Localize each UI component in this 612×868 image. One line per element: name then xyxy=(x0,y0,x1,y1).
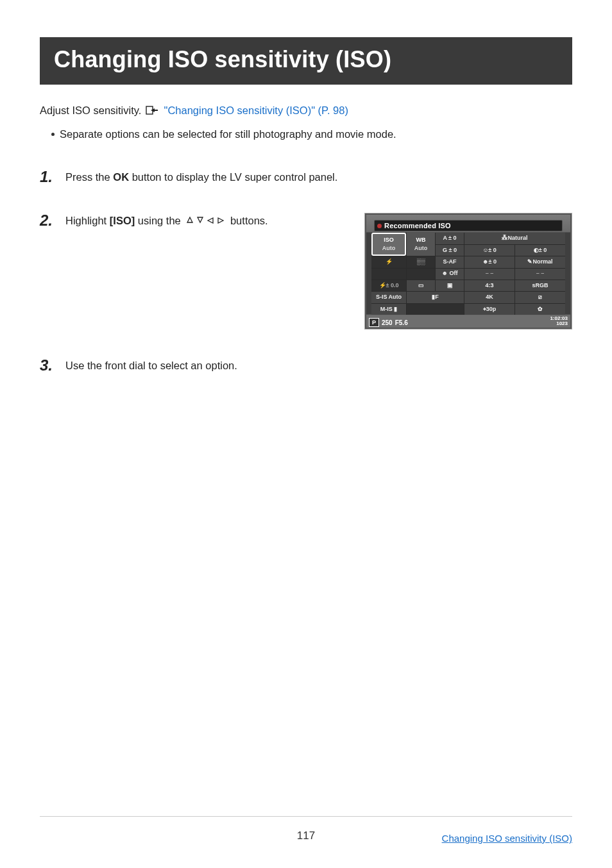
bullet-dot-icon xyxy=(51,133,55,136)
step-number: 2 xyxy=(40,213,56,228)
step-number: 1 xyxy=(40,169,56,185)
contrast-cell: ◐± 0 xyxy=(515,245,565,256)
highlight-cell: ⧄ xyxy=(515,292,565,303)
record-dot-icon xyxy=(377,224,382,228)
page: Changing ISO sensitivity (ISO) Adjust IS… xyxy=(0,0,612,868)
step-text: Press the OK button to display the LV su… xyxy=(65,169,572,185)
title-bar: Changing ISO sensitivity (ISO) xyxy=(40,37,572,85)
panel-header-text: Recommended ISO xyxy=(384,221,451,231)
page-number: 117 xyxy=(297,830,315,842)
m-is-cell: M-IS ▮ xyxy=(371,304,406,315)
g-shift-cell: G ± 0 xyxy=(436,245,464,256)
gradation-cell: ✎Normal xyxy=(515,256,565,267)
step-3: 3 Use the front dial to select an option… xyxy=(40,358,572,374)
dpad-icon xyxy=(185,215,226,231)
flash-comp-cell: ⚡± 0.0 xyxy=(371,280,406,291)
a-shift-cell: A ± 0 xyxy=(436,233,464,244)
shutter-value: 250 xyxy=(382,318,393,328)
s-is-cell: S-IS Auto xyxy=(371,292,406,303)
pointer-icon xyxy=(145,104,159,120)
footer-section-link[interactable]: Changing ISO sensitivity (ISO) xyxy=(442,833,572,844)
panel-header: Recommended ISO xyxy=(374,220,563,231)
steps-list: 1 Press the OK button to display the LV … xyxy=(40,169,572,374)
page-title: Changing ISO sensitivity (ISO) xyxy=(54,46,558,73)
page-footer: 117 Changing ISO sensitivity (ISO) xyxy=(40,816,572,842)
metering-cell: ▣ xyxy=(436,280,464,291)
intro-paragraph: Adjust ISO sensitivity. "Changing ISO se… xyxy=(40,103,572,120)
movie-res-cell: 4K xyxy=(464,292,514,303)
step-text: Use the front dial to select an option. xyxy=(65,358,572,374)
movie-fps-cell: ⌖30p xyxy=(464,304,514,315)
aperture-value: F5.6 xyxy=(395,318,408,328)
shots-remaining: 1023 xyxy=(550,321,568,327)
bullet-text: Separate options can be selected for sti… xyxy=(60,126,396,142)
sharp-cell: ☺± 0 xyxy=(464,245,514,256)
lv-control-panel-figure: Recommended ISO ISO Auto WB Auto A ± 0 ⁂… xyxy=(364,213,572,330)
iso-cell: ISO Auto xyxy=(371,233,406,256)
step-2: 2 Highlight [ISO] using the buttons. Rec… xyxy=(40,213,572,330)
panel-footer-right: 1:02:03 1023 xyxy=(550,316,568,328)
intro-prefix: Adjust ISO sensitivity. xyxy=(40,104,141,116)
panel-footer: P 250 F5.6 xyxy=(365,316,572,329)
empty-cell xyxy=(407,304,464,315)
af-area-preview: ░░ xyxy=(407,256,435,267)
dash-cell: – – xyxy=(515,269,565,280)
step-1: 1 Press the OK button to display the LV … xyxy=(40,169,572,185)
assign-cell: ✿ xyxy=(515,304,565,315)
bullet-item: Separate options can be selected for sti… xyxy=(40,126,572,142)
wb-cell: WB Auto xyxy=(407,233,435,256)
empty-cell xyxy=(371,269,406,280)
image-quality-cell: ▮F xyxy=(407,292,464,303)
colorspace-cell: sRGB xyxy=(515,280,565,291)
picture-mode-cell: ⁂Natural xyxy=(464,233,565,244)
face-priority-cell: ☻ Off xyxy=(436,269,464,280)
crossref-link[interactable]: "Changing ISO sensitivity (ISO)" (P. 98) xyxy=(164,104,348,116)
step-number: 3 xyxy=(40,358,56,373)
dash-cell: – – xyxy=(464,269,514,280)
panel-grid: ISO Auto WB Auto A ± 0 ⁂Natural G ± 0 ☺±… xyxy=(371,233,565,315)
mode-badge: P xyxy=(369,318,379,327)
af-mode-cell: S-AF xyxy=(436,256,464,267)
saturation-cell: ☻± 0 xyxy=(464,256,514,267)
drive-cell: ▭ xyxy=(407,280,435,291)
step-text: Highlight [ISO] using the buttons. xyxy=(65,213,352,330)
empty-cell xyxy=(407,269,435,280)
flash-slot-icon: ⚡ xyxy=(371,256,406,267)
aspect-cell: 4:3 xyxy=(464,280,514,291)
